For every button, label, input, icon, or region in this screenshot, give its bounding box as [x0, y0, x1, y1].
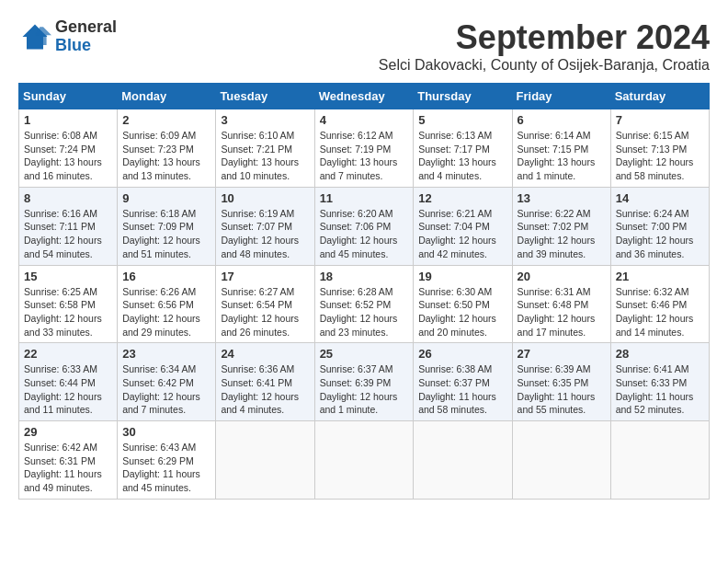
calendar-cell: 18 Sunrise: 6:28 AM Sunset: 6:52 PM Dayl… [314, 265, 414, 343]
day-number: 16 [122, 270, 210, 283]
day-info: Sunrise: 6:18 AM Sunset: 7:09 PM Dayligh… [122, 207, 210, 261]
calendar-cell [610, 421, 709, 500]
calendar-cell: 22 Sunrise: 6:33 AM Sunset: 6:44 PM Dayl… [19, 343, 118, 421]
calendar-week-4: 22 Sunrise: 6:33 AM Sunset: 6:44 PM Dayl… [19, 343, 710, 421]
day-number: 19 [418, 270, 506, 283]
day-header-tuesday: Tuesday [216, 84, 314, 109]
day-number: 21 [616, 270, 704, 283]
calendar-cell: 12 Sunrise: 6:21 AM Sunset: 7:04 PM Dayl… [414, 187, 512, 265]
day-number: 1 [24, 113, 112, 127]
title-section: September 2024 Selci Dakovacki, County o… [379, 18, 710, 74]
logo-general-text: General [55, 17, 117, 36]
day-number: 20 [518, 270, 606, 283]
day-info: Sunrise: 6:33 AM Sunset: 6:44 PM Dayligh… [24, 362, 112, 417]
day-number: 28 [616, 347, 704, 361]
calendar-cell: 21 Sunrise: 6:32 AM Sunset: 6:46 PM Dayl… [610, 265, 709, 343]
month-title: September 2024 [379, 18, 710, 57]
calendar-cell: 6 Sunrise: 6:14 AM Sunset: 7:15 PM Dayli… [512, 109, 610, 188]
day-number: 27 [518, 347, 606, 361]
day-header-wednesday: Wednesday [314, 84, 414, 109]
day-info: Sunrise: 6:22 AM Sunset: 7:02 PM Dayligh… [518, 207, 606, 261]
calendar-cell: 8 Sunrise: 6:16 AM Sunset: 7:11 PM Dayli… [19, 187, 118, 265]
day-info: Sunrise: 6:26 AM Sunset: 6:56 PM Dayligh… [122, 285, 210, 339]
day-header-sunday: Sunday [19, 84, 118, 109]
day-info: Sunrise: 6:16 AM Sunset: 7:11 PM Dayligh… [24, 207, 112, 261]
day-number: 24 [221, 347, 309, 361]
day-number: 12 [418, 191, 506, 205]
calendar-header-row: SundayMondayTuesdayWednesdayThursdayFrid… [19, 84, 710, 109]
calendar-cell [314, 421, 414, 500]
day-number: 5 [418, 113, 506, 127]
day-number: 6 [518, 113, 606, 127]
day-number: 2 [122, 113, 210, 127]
day-number: 29 [24, 425, 112, 439]
day-header-thursday: Thursday [414, 84, 512, 109]
day-number: 10 [221, 191, 309, 205]
day-info: Sunrise: 6:38 AM Sunset: 6:37 PM Dayligh… [418, 362, 506, 417]
day-info: Sunrise: 6:10 AM Sunset: 7:21 PM Dayligh… [221, 129, 309, 183]
calendar-cell: 28 Sunrise: 6:41 AM Sunset: 6:33 PM Dayl… [610, 343, 709, 421]
calendar-cell: 27 Sunrise: 6:39 AM Sunset: 6:35 PM Dayl… [512, 343, 610, 421]
day-number: 14 [616, 191, 704, 205]
day-info: Sunrise: 6:41 AM Sunset: 6:33 PM Dayligh… [616, 362, 704, 417]
day-number: 13 [518, 191, 606, 205]
calendar-cell: 17 Sunrise: 6:27 AM Sunset: 6:54 PM Dayl… [216, 265, 314, 343]
calendar-cell: 15 Sunrise: 6:25 AM Sunset: 6:58 PM Dayl… [19, 265, 118, 343]
location-title: Selci Dakovacki, County of Osijek-Baranj… [379, 57, 710, 74]
logo-text: General Blue [55, 18, 117, 55]
calendar-week-5: 29 Sunrise: 6:42 AM Sunset: 6:31 PM Dayl… [19, 421, 710, 500]
calendar-cell: 2 Sunrise: 6:09 AM Sunset: 7:23 PM Dayli… [118, 109, 216, 188]
day-number: 8 [24, 191, 112, 205]
calendar-cell: 13 Sunrise: 6:22 AM Sunset: 7:02 PM Dayl… [512, 187, 610, 265]
calendar-cell: 19 Sunrise: 6:30 AM Sunset: 6:50 PM Dayl… [414, 265, 512, 343]
calendar-cell: 10 Sunrise: 6:19 AM Sunset: 7:07 PM Dayl… [216, 187, 314, 265]
calendar-cell: 24 Sunrise: 6:36 AM Sunset: 6:41 PM Dayl… [216, 343, 314, 421]
calendar-cell: 7 Sunrise: 6:15 AM Sunset: 7:13 PM Dayli… [610, 109, 709, 188]
day-info: Sunrise: 6:32 AM Sunset: 6:46 PM Dayligh… [616, 285, 704, 339]
day-number: 26 [418, 347, 506, 361]
day-info: Sunrise: 6:20 AM Sunset: 7:06 PM Dayligh… [320, 207, 409, 261]
day-info: Sunrise: 6:08 AM Sunset: 7:24 PM Dayligh… [24, 129, 112, 183]
calendar-cell: 11 Sunrise: 6:20 AM Sunset: 7:06 PM Dayl… [314, 187, 414, 265]
calendar-cell [414, 421, 512, 500]
day-info: Sunrise: 6:28 AM Sunset: 6:52 PM Dayligh… [320, 285, 409, 339]
calendar-week-3: 15 Sunrise: 6:25 AM Sunset: 6:58 PM Dayl… [19, 265, 710, 343]
day-number: 18 [320, 270, 409, 283]
calendar-cell: 14 Sunrise: 6:24 AM Sunset: 7:00 PM Dayl… [610, 187, 709, 265]
calendar-cell: 25 Sunrise: 6:37 AM Sunset: 6:39 PM Dayl… [314, 343, 414, 421]
calendar-cell: 9 Sunrise: 6:18 AM Sunset: 7:09 PM Dayli… [118, 187, 216, 265]
calendar-cell: 29 Sunrise: 6:42 AM Sunset: 6:31 PM Dayl… [19, 421, 118, 500]
calendar-cell: 3 Sunrise: 6:10 AM Sunset: 7:21 PM Dayli… [216, 109, 314, 188]
day-number: 7 [616, 113, 704, 127]
calendar-cell: 4 Sunrise: 6:12 AM Sunset: 7:19 PM Dayli… [314, 109, 414, 188]
day-number: 9 [122, 191, 210, 205]
day-number: 25 [320, 347, 409, 361]
logo-icon [18, 20, 51, 53]
calendar-cell: 5 Sunrise: 6:13 AM Sunset: 7:17 PM Dayli… [414, 109, 512, 188]
day-info: Sunrise: 6:37 AM Sunset: 6:39 PM Dayligh… [320, 362, 409, 417]
day-info: Sunrise: 6:30 AM Sunset: 6:50 PM Dayligh… [418, 285, 506, 339]
day-info: Sunrise: 6:21 AM Sunset: 7:04 PM Dayligh… [418, 207, 506, 261]
calendar-cell: 20 Sunrise: 6:31 AM Sunset: 6:48 PM Dayl… [512, 265, 610, 343]
day-info: Sunrise: 6:43 AM Sunset: 6:29 PM Dayligh… [122, 441, 210, 495]
calendar-cell [216, 421, 314, 500]
day-info: Sunrise: 6:24 AM Sunset: 7:00 PM Dayligh… [616, 207, 704, 261]
day-info: Sunrise: 6:15 AM Sunset: 7:13 PM Dayligh… [616, 129, 704, 183]
page-header: General Blue September 2024 Selci Dakova… [18, 18, 710, 74]
day-number: 23 [122, 347, 210, 361]
logo: General Blue [18, 18, 117, 55]
day-info: Sunrise: 6:36 AM Sunset: 6:41 PM Dayligh… [221, 362, 309, 417]
day-number: 22 [24, 347, 112, 361]
day-info: Sunrise: 6:27 AM Sunset: 6:54 PM Dayligh… [221, 285, 309, 339]
day-number: 4 [320, 113, 409, 127]
day-info: Sunrise: 6:42 AM Sunset: 6:31 PM Dayligh… [24, 441, 112, 495]
day-info: Sunrise: 6:39 AM Sunset: 6:35 PM Dayligh… [518, 362, 606, 417]
day-number: 11 [320, 191, 409, 205]
day-number: 17 [221, 270, 309, 283]
calendar-cell: 26 Sunrise: 6:38 AM Sunset: 6:37 PM Dayl… [414, 343, 512, 421]
logo-blue-text: Blue [55, 36, 91, 54]
calendar-table: SundayMondayTuesdayWednesdayThursdayFrid… [18, 83, 710, 500]
day-number: 3 [221, 113, 309, 127]
day-info: Sunrise: 6:25 AM Sunset: 6:58 PM Dayligh… [24, 285, 112, 339]
calendar-week-1: 1 Sunrise: 6:08 AM Sunset: 7:24 PM Dayli… [19, 109, 710, 188]
